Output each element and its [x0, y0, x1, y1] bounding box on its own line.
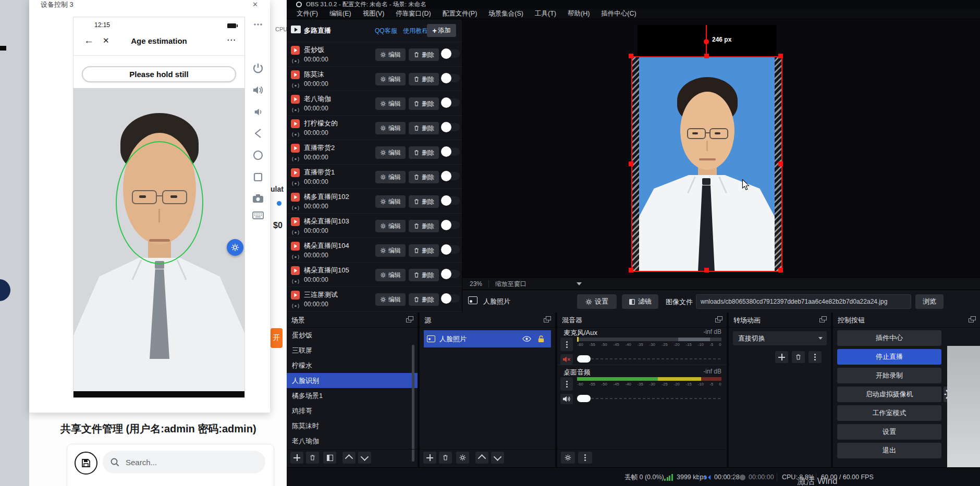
- delete-stream-button[interactable]: 删除: [409, 244, 439, 257]
- menu-item[interactable]: 帮助(H): [562, 9, 595, 18]
- scene-item[interactable]: 鸡排哥: [287, 403, 418, 418]
- zoom-mode[interactable]: 缩放至窗口: [495, 280, 526, 289]
- move-scene-down-button[interactable]: [358, 452, 371, 464]
- edit-stream-button[interactable]: 编辑: [375, 244, 406, 257]
- resize-handle-ml[interactable]: [629, 161, 633, 166]
- control-button-7[interactable]: 退出: [837, 443, 941, 458]
- scene-item[interactable]: 蛋炒饭: [287, 328, 418, 343]
- add-transition-button[interactable]: [775, 351, 788, 363]
- popout-icon[interactable]: [969, 316, 976, 322]
- edit-stream-button[interactable]: 编辑: [375, 48, 406, 61]
- qq-support-link[interactable]: QQ客服: [375, 27, 397, 35]
- menu-item[interactable]: 文件(F): [291, 9, 324, 18]
- delete-stream-button[interactable]: 删除: [409, 293, 439, 306]
- stream-toggle[interactable]: [442, 98, 460, 107]
- delete-stream-button[interactable]: 删除: [409, 171, 439, 183]
- mute-button[interactable]: [560, 394, 573, 404]
- edit-stream-button[interactable]: 编辑: [375, 220, 406, 232]
- scene-item[interactable]: 柠檬水: [287, 358, 418, 373]
- stream-toggle[interactable]: [442, 196, 460, 205]
- keyboard-icon[interactable]: [251, 208, 265, 222]
- edit-stream-button[interactable]: 编辑: [375, 195, 406, 208]
- resize-handle-bl[interactable]: [629, 268, 633, 272]
- screenshot-camera-icon[interactable]: [251, 192, 265, 205]
- popout-icon[interactable]: [544, 316, 551, 322]
- scene-item[interactable]: 橘多场景1: [287, 388, 418, 403]
- popout-icon[interactable]: [406, 316, 413, 322]
- edit-stream-button[interactable]: 编辑: [375, 269, 406, 281]
- more-options-icon[interactable]: [251, 18, 265, 31]
- lock-icon[interactable]: [537, 335, 545, 343]
- stream-toggle[interactable]: [442, 74, 460, 82]
- android-home-icon[interactable]: [251, 148, 265, 162]
- stream-toggle[interactable]: [442, 221, 460, 229]
- source-settings-button[interactable]: 设置: [577, 294, 617, 309]
- source-item-selected[interactable]: 人脸照片: [424, 330, 551, 347]
- control-button-5[interactable]: 工作室模式: [837, 405, 941, 421]
- resize-handle-bm[interactable]: [704, 268, 709, 272]
- menu-item[interactable]: 编辑(E): [324, 9, 357, 18]
- scene-item[interactable]: 人脸识别: [287, 373, 418, 388]
- edit-stream-button[interactable]: 编辑: [375, 146, 406, 159]
- menu-item[interactable]: 停靠窗口(D): [390, 9, 436, 18]
- scene-item[interactable]: 三联屏: [287, 343, 418, 358]
- android-back-icon[interactable]: [251, 127, 265, 140]
- remove-transition-button[interactable]: [792, 351, 805, 363]
- volume-down-icon[interactable]: [251, 105, 265, 119]
- menu-item[interactable]: 配置文件(P): [437, 9, 483, 18]
- delete-stream-button[interactable]: 删除: [409, 97, 439, 110]
- source-properties-button[interactable]: [456, 452, 469, 464]
- more-menu-icon[interactable]: ⋯: [227, 34, 236, 45]
- mixer-menu-button[interactable]: [578, 452, 592, 464]
- channel-menu-button[interactable]: [560, 338, 573, 351]
- image-path-input[interactable]: [696, 294, 911, 309]
- remove-source-button[interactable]: [439, 452, 452, 464]
- move-source-up-button[interactable]: [475, 452, 488, 464]
- resize-handle-tr[interactable]: [778, 54, 783, 58]
- scene-filters-button[interactable]: [323, 452, 336, 464]
- edit-stream-button[interactable]: 编辑: [375, 171, 406, 183]
- add-stream-button[interactable]: +添加: [427, 24, 456, 37]
- save-disk-button[interactable]: [75, 452, 97, 475]
- search-input[interactable]: [125, 457, 252, 467]
- edit-stream-button[interactable]: 编辑: [375, 293, 406, 306]
- add-source-button[interactable]: [423, 452, 436, 464]
- delete-stream-button[interactable]: 删除: [409, 269, 439, 281]
- popout-icon[interactable]: [715, 316, 722, 322]
- browse-button[interactable]: 浏览: [915, 294, 944, 309]
- tutorial-link[interactable]: 使用教程: [403, 27, 428, 35]
- close-icon[interactable]: ✕: [252, 1, 258, 8]
- channel-menu-button[interactable]: [560, 377, 573, 391]
- scene-item[interactable]: 陈莫沫时: [287, 418, 418, 433]
- resize-handle-br[interactable]: [778, 268, 783, 272]
- delete-stream-button[interactable]: 删除: [409, 146, 439, 159]
- slider-knob[interactable]: [577, 355, 591, 363]
- slider-knob[interactable]: [577, 395, 591, 402]
- menu-item[interactable]: 场景集合(S): [483, 9, 529, 18]
- search-box[interactable]: [103, 451, 265, 473]
- scrollbar[interactable]: [412, 345, 414, 462]
- move-source-down-button[interactable]: [491, 452, 504, 464]
- volume-slider[interactable]: [577, 354, 721, 364]
- floating-settings-button[interactable]: [227, 239, 243, 256]
- stream-toggle[interactable]: [442, 270, 460, 278]
- android-recents-icon[interactable]: [251, 170, 265, 184]
- delete-stream-button[interactable]: 删除: [409, 195, 439, 208]
- visibility-eye-icon[interactable]: [522, 334, 531, 343]
- add-scene-button[interactable]: [290, 452, 303, 464]
- control-button-3[interactable]: 开始录制: [837, 368, 941, 383]
- edit-stream-button[interactable]: 编辑: [375, 73, 406, 85]
- scene-item[interactable]: 老八瑜伽: [287, 433, 418, 448]
- edit-stream-button[interactable]: 编辑: [375, 122, 406, 134]
- menu-item[interactable]: 工具(T): [529, 9, 562, 18]
- delete-stream-button[interactable]: 删除: [409, 48, 439, 61]
- remove-scene-button[interactable]: [306, 452, 319, 464]
- transition-properties-button[interactable]: [808, 351, 822, 363]
- stream-toggle[interactable]: [442, 245, 460, 254]
- transition-select[interactable]: 直接切换: [733, 331, 827, 345]
- stream-toggle[interactable]: [442, 123, 460, 131]
- menu-item[interactable]: 视图(V): [357, 9, 390, 18]
- delete-stream-button[interactable]: 删除: [409, 220, 439, 232]
- menu-item[interactable]: 插件中心(C): [595, 9, 642, 18]
- resize-handle-tl[interactable]: [629, 54, 633, 58]
